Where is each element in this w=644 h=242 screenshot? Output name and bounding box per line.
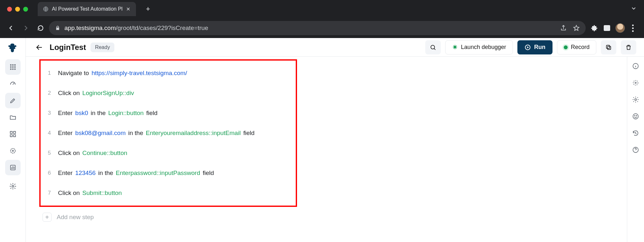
left-rail [0, 38, 26, 242]
add-step-label: Add new step [57, 214, 94, 221]
close-icon[interactable] [126, 6, 131, 12]
browser-tab-bar: AI Powered Test Automation Pl + [0, 0, 644, 18]
url-text: app.testsigma.com/groot/td/cases/229?isC… [64, 24, 208, 32]
steps-highlight: 1Navigate tohttps://simply-travel.testsi… [39, 59, 297, 207]
svg-point-10 [14, 69, 15, 70]
step-token-plain: in the [91, 110, 106, 117]
step-token-plain: Click on [58, 150, 80, 157]
rail-edit[interactable] [5, 93, 21, 108]
nav-forward-button[interactable] [19, 22, 32, 34]
step-text: Click onContinue::button [58, 150, 127, 157]
step-text: Enterbsk08@gmail.comin theEnteryouremail… [58, 130, 255, 137]
window-close-button[interactable] [7, 7, 12, 12]
svg-point-16 [12, 150, 14, 151]
nav-reload-button[interactable] [34, 22, 47, 34]
step-text: Click onLoginorSignUp::div [58, 90, 134, 97]
page-title: LoginTest [50, 43, 86, 52]
step-token-elem: Login::button [108, 110, 144, 117]
copy-icon [605, 44, 612, 51]
step-number: 1 [45, 70, 51, 76]
star-icon[interactable] [573, 24, 580, 32]
rail-dashboard[interactable] [5, 59, 21, 75]
svg-point-27 [633, 114, 639, 119]
rail-apps[interactable] [5, 126, 21, 142]
rail-settings[interactable] [5, 179, 21, 194]
step-number: 6 [45, 170, 51, 176]
test-step-row[interactable]: 2Click onLoginorSignUp::div [43, 83, 294, 103]
test-step-row[interactable]: 3Enterbsk0in theLogin::buttonfield [43, 103, 294, 123]
step-token-elem: LoginorSignUp::div [82, 90, 134, 97]
steps-area: 1Navigate tohttps://simply-travel.testsi… [39, 57, 627, 242]
record-button[interactable]: Record [557, 40, 596, 54]
svg-point-19 [431, 45, 435, 49]
svg-point-24 [633, 81, 638, 85]
test-step-row[interactable]: 1Navigate tohttps://simply-travel.testsi… [43, 63, 294, 83]
step-text: Enterbsk0in theLogin::buttonfield [58, 110, 158, 117]
step-token-plain: field [243, 130, 255, 137]
window-maximize-button[interactable] [23, 7, 28, 12]
step-token-plain: Enter [58, 169, 72, 177]
info-icon[interactable] [632, 63, 639, 70]
share-icon[interactable] [560, 24, 567, 32]
svg-rect-1 [604, 25, 610, 31]
run-button[interactable]: Run [517, 40, 553, 54]
back-button[interactable] [34, 42, 45, 53]
trash-icon [625, 44, 632, 51]
help-icon[interactable] [632, 146, 639, 153]
browser-chrome: AI Powered Test Automation Pl + app.test… [0, 0, 644, 38]
rail-folder[interactable] [5, 110, 21, 125]
panel-icon[interactable] [603, 24, 611, 32]
main: LoginTest Ready ✷ Launch debugger Run Re… [26, 38, 644, 242]
tabs-chevron-icon[interactable] [630, 5, 637, 13]
step-token-plain: Enter [58, 110, 72, 117]
target-dashed-icon[interactable] [632, 79, 639, 86]
profile-avatar[interactable] [615, 23, 625, 33]
search-button[interactable] [425, 40, 441, 54]
right-rail [627, 57, 644, 242]
browser-menu-button[interactable] [630, 24, 636, 32]
app-logo-icon[interactable] [7, 43, 19, 55]
step-token-plain: field [146, 110, 158, 117]
svg-point-3 [12, 64, 13, 65]
window-minimize-button[interactable] [15, 7, 20, 12]
step-number: 4 [45, 130, 51, 136]
step-token-plain: Click on [58, 90, 80, 97]
new-tab-button[interactable]: + [142, 4, 153, 15]
test-step-row[interactable]: 5Click onContinue::button [43, 143, 294, 163]
gear-icon[interactable] [632, 96, 639, 103]
app: LoginTest Ready ✷ Launch debugger Run Re… [0, 38, 644, 242]
nav-back-button[interactable] [5, 22, 17, 34]
plus-icon: + [43, 213, 52, 222]
test-step-row[interactable]: 6Enter123456in theEnterpassword::inputPa… [43, 163, 294, 183]
svg-rect-12 [13, 131, 15, 133]
browser-nav-bar: app.testsigma.com/groot/td/cases/229?isC… [0, 18, 644, 38]
rail-target[interactable] [5, 143, 21, 159]
svg-point-7 [14, 67, 15, 68]
url-bar[interactable]: app.testsigma.com/groot/td/cases/229?isC… [49, 21, 586, 35]
launch-debugger-button[interactable]: ✷ Launch debugger [445, 40, 513, 54]
step-number: 3 [45, 110, 51, 116]
copy-button[interactable] [601, 40, 616, 54]
face-icon[interactable] [632, 113, 639, 120]
step-token-plain: in the [98, 169, 113, 177]
svg-rect-13 [10, 135, 12, 137]
test-step-row[interactable]: 4Enterbsk08@gmail.comin theEnteryouremai… [43, 123, 294, 143]
delete-button[interactable] [621, 40, 636, 54]
test-step-row[interactable]: 7Click onSubmit::button [43, 183, 294, 203]
step-token-val: bsk0 [75, 110, 88, 117]
svg-rect-11 [10, 131, 12, 133]
extensions-icon[interactable] [591, 24, 599, 32]
browser-tab[interactable]: AI Powered Test Automation Pl [38, 2, 136, 16]
svg-point-18 [12, 185, 14, 187]
history-icon[interactable] [632, 130, 639, 137]
step-text: Enter123456in theEnterpassword::inputPas… [58, 169, 214, 177]
rail-reports[interactable] [5, 160, 21, 175]
lock-icon [55, 25, 61, 31]
add-step-row[interactable]: + Add new step [39, 207, 627, 222]
step-text: Click onSubmit::button [58, 189, 122, 197]
topbar: LoginTest Ready ✷ Launch debugger Run Re… [26, 38, 644, 57]
step-number: 7 [45, 190, 51, 196]
step-number: 5 [45, 150, 51, 156]
rail-speed[interactable] [5, 76, 21, 92]
traffic-lights [4, 7, 31, 12]
